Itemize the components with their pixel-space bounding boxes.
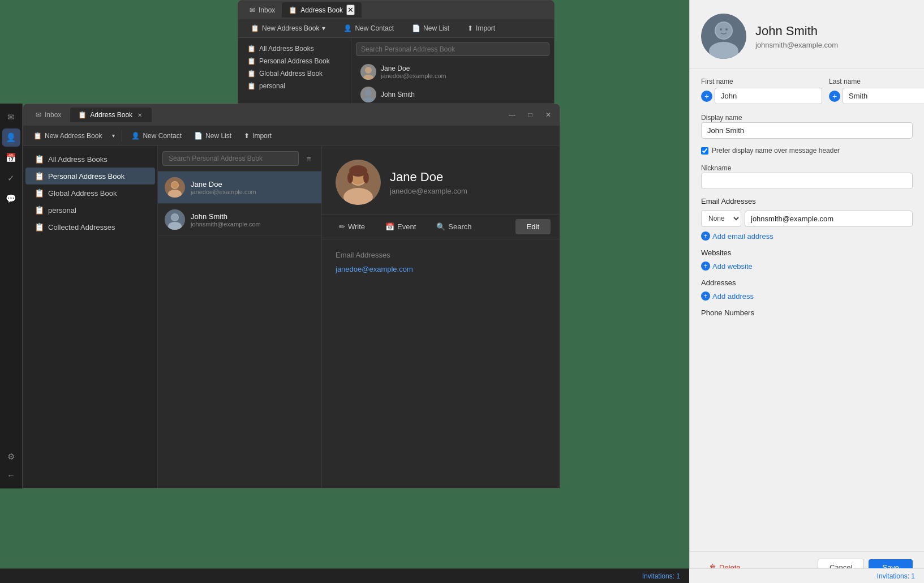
email-input[interactable] [745, 211, 913, 227]
new-list-label: New List [205, 132, 231, 140]
last-name-label: Last name [829, 78, 924, 85]
edit-contact-email: johnsmith@example.com [755, 41, 838, 49]
write-label: Write [348, 222, 365, 231]
bg-personal2-book[interactable]: 📋 personal [243, 80, 346, 92]
bg-new-list-btn[interactable]: 📄 New List [406, 22, 455, 35]
edit-contact-name: John Smith [755, 24, 838, 38]
display-name-input[interactable] [701, 122, 913, 139]
bg-tab-addressbook[interactable]: 📋 Address Book ✕ [282, 2, 362, 18]
addresses-label: Addresses [701, 278, 913, 287]
detail-panel: Jane Doe janedoe@example.com ✏ Write 📅 E… [322, 146, 560, 488]
nickname-input[interactable] [701, 173, 913, 189]
bg-personal-book[interactable]: 📋 Personal Address Book [243, 55, 346, 67]
tab-inbox[interactable]: ✉ Inbox [28, 108, 69, 122]
edit-contact-btn[interactable]: Edit [515, 219, 551, 234]
write-btn[interactable]: ✏ Write [331, 219, 373, 234]
nav-mail-btn[interactable]: ✉ [2, 108, 20, 126]
contact-item-john[interactable]: John Smith johnsmith@example.com [158, 204, 321, 236]
bg-john-info: John Smith [381, 91, 415, 98]
close-btn[interactable]: ✕ [541, 108, 555, 122]
bg-personal2-label: personal [259, 82, 285, 90]
last-name-input-row: + [829, 88, 924, 104]
bg-global-book[interactable]: 📋 Global Address Book [243, 67, 346, 80]
main-window: ✉ Inbox 📋 Address Book ✕ — □ ✕ 📋 New Add… [23, 104, 560, 488]
svg-point-0 [365, 67, 372, 74]
john-email: johnsmith@example.com [191, 221, 315, 228]
invitations-right-link[interactable]: Invitations: 1 [877, 572, 915, 580]
jane-avatar [165, 177, 185, 198]
event-btn[interactable]: 📅 Event [377, 219, 424, 234]
collected-icon: 📋 [35, 222, 44, 232]
new-ab-dropdown-btn[interactable]: ▾ [109, 130, 118, 141]
maximize-btn[interactable]: □ [523, 108, 537, 122]
sidebar-global-book[interactable]: 📋 Global Address Book [25, 185, 155, 202]
bg-new-addressbook-btn[interactable]: 📋 New Address Book ▾ [245, 22, 331, 35]
minimize-btn[interactable]: — [505, 108, 519, 122]
sidebar-all-books[interactable]: 📋 All Address Books [25, 151, 155, 168]
email-type-select[interactable]: None Work Home Other [701, 210, 741, 227]
new-ab-icon: 📋 [33, 132, 42, 140]
display-name-label: Display name [701, 114, 742, 122]
bg-search-input[interactable] [356, 42, 549, 56]
new-list-btn[interactable]: 📄 New List [188, 130, 237, 142]
background-window: ✉ Inbox 📋 Address Book ✕ 📋 New Address B… [238, 0, 555, 113]
sort-btn[interactable]: ≡ [301, 151, 317, 166]
nav-chat-btn[interactable]: 💬 [2, 190, 20, 208]
last-name-add-btn[interactable]: + [829, 91, 840, 102]
personal2-label: personal [48, 206, 76, 215]
contact-email-link[interactable]: janedoe@example.com [336, 265, 413, 273]
invitations-link[interactable]: Invitations: 1 [642, 572, 680, 580]
first-name-input[interactable] [715, 88, 822, 104]
email-section-label: Email Addresses [701, 197, 913, 205]
nav-tasks-btn[interactable]: ✓ [2, 169, 20, 187]
sidebar-personal-book[interactable]: 📋 Personal Address Book [25, 168, 155, 185]
websites-section: Websites + Add website [701, 248, 913, 271]
personal2-icon: 📋 [35, 205, 44, 215]
svg-point-22 [716, 23, 732, 38]
edit-avatar [701, 14, 746, 59]
detail-avatar-svg [336, 160, 381, 205]
email-section-title: Email Addresses [336, 251, 546, 259]
new-contact-btn[interactable]: 👤 New Contact [126, 130, 187, 142]
bg-content: Jane Doe janedoe@example.com John Smith [351, 38, 554, 114]
tab-close-btn[interactable]: ✕ [136, 111, 144, 119]
prefer-display-checkbox[interactable] [701, 147, 708, 155]
last-name-group: Last name + [829, 78, 924, 104]
contact-item-jane[interactable]: Jane Doe janedoe@example.com [158, 172, 321, 204]
nav-calendar-btn[interactable]: 📅 [2, 149, 20, 167]
nav-settings-btn[interactable]: ⚙ [2, 448, 20, 466]
import-icon: ⬆ [244, 132, 250, 140]
collected-label: Collected Addresses [48, 223, 115, 232]
svg-point-24 [725, 28, 728, 31]
sidebar-collected[interactable]: 📋 Collected Addresses [25, 218, 155, 235]
bg-john-name: John Smith [381, 91, 415, 98]
bg-new-contact-btn[interactable]: 👤 New Contact [338, 22, 399, 35]
search-contacts-btn[interactable]: 🔍 Search [428, 219, 479, 234]
main-body: 📋 All Address Books 📋 Personal Address B… [23, 146, 560, 488]
bg-all-books[interactable]: 📋 All Address Books [243, 42, 346, 55]
bg-jane-avatar-svg [360, 64, 376, 80]
svg-point-1 [363, 75, 373, 80]
add-address-btn[interactable]: + Add address [701, 292, 754, 301]
nav-addressbook-btn[interactable]: 👤 [2, 128, 20, 147]
add-email-btn[interactable]: + Add email address [701, 232, 773, 241]
bg-titlebar: ✉ Inbox 📋 Address Book ✕ [238, 1, 554, 19]
bg-tab-inbox[interactable]: ✉ Inbox [243, 4, 282, 16]
last-name-input[interactable] [843, 88, 924, 104]
nav-back-btn[interactable]: ← [2, 466, 20, 484]
bg-import-btn[interactable]: ⬆ Import [462, 22, 501, 35]
bg-tab-close[interactable]: ✕ [346, 5, 355, 15]
new-addressbook-btn[interactable]: 📋 New Address Book [28, 130, 108, 142]
add-email-icon: + [701, 232, 710, 241]
chat-icon: 💬 [6, 194, 16, 204]
sidebar-personal2[interactable]: 📋 personal [25, 202, 155, 218]
search-input[interactable] [162, 151, 299, 166]
inbox-tab-label: Inbox [45, 111, 61, 119]
tab-addressbook[interactable]: 📋 Address Book ✕ [70, 108, 152, 122]
calendar-icon: 📅 [6, 153, 16, 163]
import-btn[interactable]: ⬆ Import [238, 130, 277, 142]
first-name-add-btn[interactable]: + [701, 91, 712, 102]
detail-actions: ✏ Write 📅 Event 🔍 Search Edit [322, 215, 560, 239]
add-website-btn[interactable]: + Add website [701, 262, 753, 271]
bg-addressbook-label: Address Book [300, 6, 343, 14]
